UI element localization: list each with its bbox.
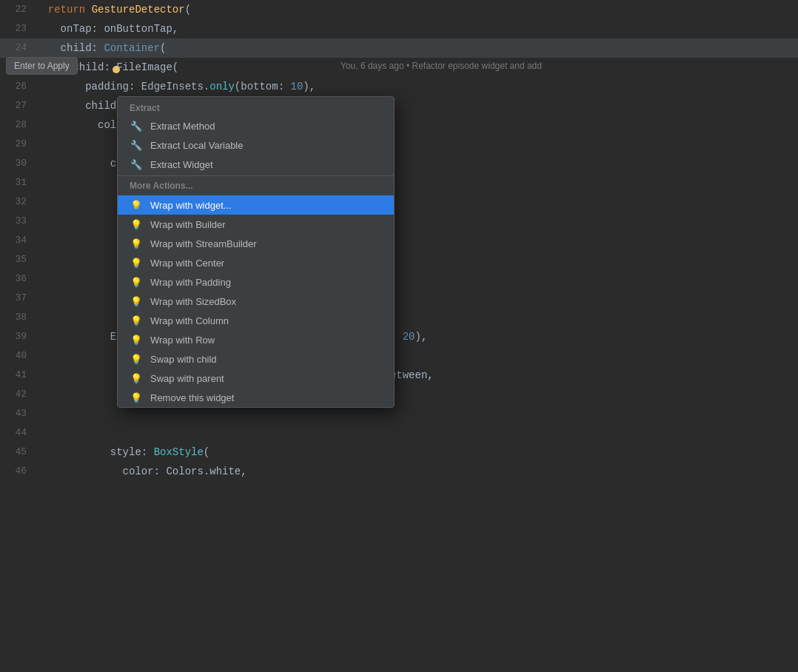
code-line-22: 22 return GestureDetector(: [0, 0, 798, 19]
menu-item-wrap-column[interactable]: Wrap with Column: [118, 311, 394, 330]
bulb-icon-wrap-row: [130, 334, 143, 346]
menu-item-wrap-builder[interactable]: Wrap with Builder: [118, 215, 394, 234]
bulb-icon-swap-child: [130, 353, 143, 365]
menu-item-wrap-center[interactable]: Wrap with Center: [118, 253, 394, 272]
menu-item-wrap-row[interactable]: Wrap with Row: [118, 330, 394, 349]
extract-section-label: Extract: [118, 97, 394, 116]
wrench-icon-2: [130, 139, 143, 151]
menu-item-wrap-stream-builder[interactable]: Wrap with StreamBuilder: [118, 234, 394, 253]
code-line-44: 44: [0, 423, 798, 443]
bulb-icon-wrap-column: [130, 315, 143, 326]
code-line-45: 45 style: BoxStyle(: [0, 443, 798, 462]
yellow-dot-indicator: [113, 66, 120, 73]
menu-item-wrap-row-label: Wrap with Row: [150, 335, 382, 346]
code-line-26: 26 padding: EdgeInsets.only(bottom: 10),: [0, 77, 798, 96]
bulb-icon-wrap-sized-box: [130, 295, 143, 307]
menu-item-wrap-padding-label: Wrap with Padding: [150, 277, 382, 288]
git-blame-annotation: You, 6 days ago • Refactor episode widge…: [341, 61, 542, 71]
menu-item-extract-widget-label: Extract Widget: [150, 159, 382, 170]
bulb-icon-wrap-builder: [130, 218, 143, 230]
menu-item-wrap-widget-label: Wrap with widget...: [150, 200, 382, 211]
menu-item-swap-child[interactable]: Swap with child: [118, 349, 394, 369]
bulb-icon-wrap-padding: [130, 276, 143, 288]
menu-item-extract-local-variable-label: Extract Local Variable: [150, 140, 382, 151]
menu-item-wrap-center-label: Wrap with Center: [150, 258, 382, 269]
menu-item-extract-local-variable[interactable]: Extract Local Variable: [118, 135, 394, 155]
menu-item-wrap-sized-box[interactable]: Wrap with SizedBox: [118, 292, 394, 311]
bulb-icon-remove-widget: [130, 392, 143, 403]
context-menu: Extract Extract Method Extract Local Var…: [117, 96, 395, 408]
code-line-23: 23 onTap: onButtonTap,: [0, 19, 798, 38]
enter-to-apply-tooltip: Enter to Apply: [6, 57, 78, 75]
bulb-icon-wrap-center: [130, 257, 143, 269]
menu-item-extract-method-label: Extract Method: [150, 121, 382, 132]
menu-item-wrap-widget[interactable]: Wrap with widget...: [118, 195, 394, 215]
menu-item-swap-child-label: Swap with child: [150, 354, 382, 365]
menu-item-wrap-builder-label: Wrap with Builder: [150, 219, 382, 230]
menu-item-wrap-column-label: Wrap with Column: [150, 315, 382, 326]
wrench-icon-3: [130, 158, 143, 170]
menu-item-extract-method[interactable]: Extract Method: [118, 116, 394, 135]
code-line-46: 46 color: Colors.white,: [0, 462, 798, 481]
menu-item-swap-parent[interactable]: Swap with parent: [118, 369, 394, 388]
bulb-icon-swap-parent: [130, 372, 143, 384]
bulb-icon-wrap-widget: [130, 199, 143, 211]
menu-item-wrap-sized-box-label: Wrap with SizedBox: [150, 296, 382, 307]
wrench-icon: [130, 120, 143, 132]
menu-item-wrap-stream-builder-label: Wrap with StreamBuilder: [150, 238, 382, 249]
menu-item-remove-widget[interactable]: Remove this widget: [118, 388, 394, 407]
bulb-icon-wrap-stream-builder: [130, 238, 143, 249]
menu-item-extract-widget[interactable]: Extract Widget: [118, 155, 394, 174]
more-actions-label: More Actions...: [118, 175, 394, 195]
code-line-24: 24 child: Container(: [0, 38, 798, 58]
menu-item-remove-widget-label: Remove this widget: [150, 392, 382, 403]
menu-item-wrap-padding[interactable]: Wrap with Padding: [118, 272, 394, 292]
menu-item-swap-parent-label: Swap with parent: [150, 373, 382, 384]
